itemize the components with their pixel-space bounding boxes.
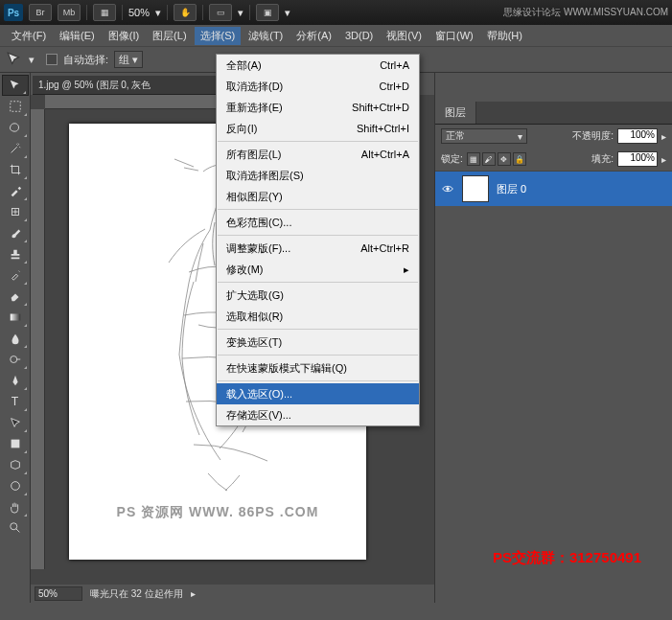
hand-button[interactable]: ✋ [174, 4, 197, 21]
svg-point-8 [446, 187, 450, 191]
lock-transparent-icon[interactable]: ▦ [467, 152, 480, 166]
menu-reselect[interactable]: 重新选择(E)Shift+Ctrl+D [217, 97, 419, 118]
3d-camera-tool[interactable] [2, 475, 29, 496]
document-tab[interactable]: 1.jpg @ 50% (图层 0, 灰色 [33, 76, 243, 95]
canvas-watermark: PS 资源网 WWW. 86PS .COM [117, 504, 319, 521]
opacity-input[interactable]: 100% [617, 128, 658, 144]
menu-deselect-layers[interactable]: 取消选择图层(S) [217, 165, 419, 186]
mini-bridge-button[interactable]: Mb [58, 4, 81, 21]
marquee-tool[interactable] [2, 96, 29, 117]
svg-text:T: T [12, 395, 19, 408]
screen-mode-button[interactable]: ▣ [256, 4, 279, 21]
layer-name[interactable]: 图层 0 [497, 182, 526, 196]
move-tool[interactable] [2, 75, 29, 96]
layer-item[interactable]: 图层 0 [435, 172, 672, 206]
autoselect-label: 自动选择: [63, 53, 108, 67]
shape-tool[interactable] [2, 433, 29, 454]
magic-wand-tool[interactable] [2, 138, 29, 159]
zoom-display[interactable]: 50% [128, 7, 150, 18]
dodge-tool[interactable] [2, 349, 29, 370]
lock-all-icon[interactable]: 🔒 [513, 152, 526, 166]
bridge-button[interactable]: Br [29, 4, 52, 21]
opacity-dropdown-icon[interactable]: ▸ [661, 131, 666, 142]
menubar: 文件(F) 编辑(E) 图像(I) 图层(L) 选择(S) 滤镜(T) 分析(A… [0, 25, 672, 46]
menu-select-all[interactable]: 全部(A)Ctrl+A [217, 55, 419, 76]
type-tool[interactable]: T [2, 391, 29, 412]
blend-mode-select[interactable]: 正常▾ [441, 128, 527, 144]
status-bar: 50% 曝光只在 32 位起作用 ▸ [31, 584, 434, 603]
arrange-dropdown-icon[interactable]: ▾ [238, 7, 243, 19]
menu-select[interactable]: 选择(S) [195, 27, 242, 45]
titlebar: Ps Br Mb ▦ 50% ▾ ✋ ▭ ▾ ▣ ▾ 思缘设计论坛 WWW.MI… [0, 0, 672, 25]
menu-3d[interactable]: 3D(D) [339, 28, 379, 43]
eyedropper-tool[interactable] [2, 180, 29, 201]
lasso-tool[interactable] [2, 117, 29, 138]
menu-similar[interactable]: 选取相似(R) [217, 306, 419, 327]
zoom-tool[interactable] [2, 517, 29, 539]
move-tool-icon [6, 51, 23, 68]
path-select-tool[interactable] [2, 412, 29, 433]
fill-input[interactable]: 100% [617, 151, 658, 167]
fill-dropdown-icon[interactable]: ▸ [661, 154, 666, 165]
toolbox: T [0, 73, 31, 603]
svg-rect-2 [11, 314, 21, 321]
status-zoom[interactable]: 50% [35, 586, 82, 601]
watermark-site: 思缘设计论坛 WWW.MISSYUAN.COM [503, 6, 668, 19]
view-extras-button[interactable]: ▦ [93, 4, 116, 21]
hand-tool[interactable] [2, 496, 29, 517]
menu-filter[interactable]: 滤镜(T) [243, 27, 289, 45]
menu-load-selection[interactable]: 载入选区(O)... [217, 383, 419, 404]
menu-help[interactable]: 帮助(H) [481, 27, 528, 45]
menu-file[interactable]: 文件(F) [6, 27, 52, 45]
right-panels: 图层 正常▾ 不透明度: 100% ▸ 锁定: ▦ 🖌 ✥ 🔒 填充: 100%… [434, 73, 672, 603]
menu-similar-layers[interactable]: 相似图层(Y) [217, 186, 419, 207]
menu-analysis[interactable]: 分析(A) [290, 27, 337, 45]
arrange-button[interactable]: ▭ [209, 4, 232, 21]
menu-quick-mask[interactable]: 在快速蒙版模式下编辑(Q) [217, 357, 419, 379]
crop-tool[interactable] [2, 159, 29, 180]
menu-save-selection[interactable]: 存储选区(V)... [217, 404, 419, 425]
menu-view[interactable]: 视图(V) [381, 27, 428, 45]
ruler-vertical [31, 109, 45, 569]
layer-list: 图层 0 [435, 171, 672, 516]
gradient-tool[interactable] [2, 307, 29, 328]
zoom-dropdown-icon[interactable]: ▾ [155, 7, 161, 19]
svg-rect-5 [12, 440, 20, 448]
menu-all-layers[interactable]: 所有图层(L)Alt+Ctrl+A [217, 144, 419, 165]
blur-tool[interactable] [2, 328, 29, 349]
autoselect-type-dropdown[interactable]: 组▾ [114, 51, 143, 68]
healing-tool[interactable] [2, 201, 29, 222]
ps-group-watermark: PS交流群：312750491 [493, 549, 641, 567]
lock-position-icon[interactable]: ✥ [498, 152, 511, 166]
lock-pixels-icon[interactable]: 🖌 [482, 152, 496, 166]
visibility-icon[interactable] [441, 182, 454, 195]
menu-window[interactable]: 窗口(W) [429, 27, 479, 45]
svg-point-6 [12, 482, 20, 491]
svg-point-7 [11, 523, 17, 530]
eraser-tool[interactable] [2, 286, 29, 307]
ps-logo: Ps [4, 4, 23, 21]
autoselect-checkbox[interactable] [46, 54, 58, 65]
pen-tool[interactable] [2, 370, 29, 391]
layers-tab[interactable]: 图层 [435, 102, 476, 124]
status-dropdown-icon[interactable]: ▸ [191, 588, 196, 599]
menu-deselect[interactable]: 取消选择(D)Ctrl+D [217, 76, 419, 97]
menu-image[interactable]: 图像(I) [103, 27, 145, 45]
chevron-down-icon[interactable]: ▾ [29, 54, 35, 66]
3d-tool[interactable] [2, 454, 29, 475]
menu-inverse[interactable]: 反向(I)Shift+Ctrl+I [217, 118, 419, 139]
stamp-tool[interactable] [2, 243, 29, 264]
screen-mode-dropdown-icon[interactable]: ▾ [285, 7, 290, 19]
menu-grow[interactable]: 扩大选取(G) [217, 285, 419, 306]
menu-transform-selection[interactable]: 变换选区(T) [217, 332, 419, 353]
menu-refine-mask[interactable]: 调整蒙版(F)...Alt+Ctrl+R [217, 238, 419, 259]
status-text: 曝光只在 32 位起作用 [90, 587, 183, 601]
menu-modify[interactable]: 修改(M)▸ [217, 259, 419, 280]
menu-color-range[interactable]: 色彩范围(C)... [217, 212, 419, 233]
menu-edit[interactable]: 编辑(E) [54, 27, 101, 45]
layer-thumbnail[interactable] [462, 175, 489, 202]
brush-tool[interactable] [2, 222, 29, 243]
history-brush-tool[interactable] [2, 264, 29, 286]
fill-label: 填充: [591, 152, 614, 166]
menu-layer[interactable]: 图层(L) [147, 27, 192, 45]
